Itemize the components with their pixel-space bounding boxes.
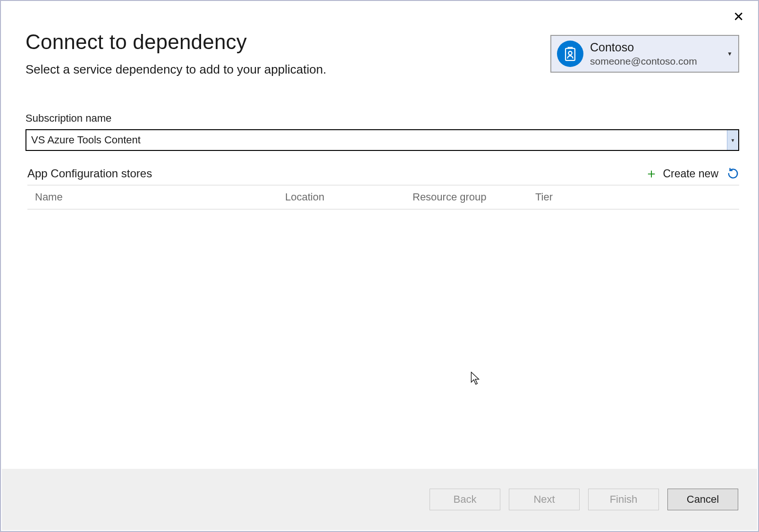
account-text: Contoso someone@contoso.com — [590, 40, 724, 67]
subscription-value: VS Azure Tools Content — [26, 130, 727, 150]
create-new-label: Create new — [663, 167, 718, 180]
account-name: Contoso — [590, 40, 724, 55]
chevron-down-icon[interactable]: ▼ — [727, 130, 738, 150]
dialog-subtitle: Select a service dependency to add to yo… — [25, 62, 326, 77]
account-email: someone@contoso.com — [590, 55, 724, 67]
account-selector[interactable]: Contoso someone@contoso.com ▼ — [550, 35, 739, 73]
subscription-dropdown[interactable]: VS Azure Tools Content ▼ — [25, 129, 739, 151]
next-button: Next — [509, 489, 580, 510]
mouse-cursor-icon — [470, 372, 481, 388]
stores-section-label: App Configuration stores — [27, 167, 152, 180]
dialog-header: Connect to dependency Select a service d… — [25, 30, 326, 77]
column-name: Name — [35, 191, 285, 203]
refresh-icon[interactable] — [727, 167, 739, 180]
svg-point-1 — [568, 51, 572, 55]
column-resource-group: Resource group — [413, 191, 535, 203]
subscription-label: Subscription name — [25, 112, 739, 125]
create-new-button[interactable]: ＋ Create new — [645, 167, 718, 180]
stores-table-header: Name Location Resource group Tier — [27, 185, 739, 209]
account-badge-icon — [557, 41, 583, 67]
column-location: Location — [285, 191, 413, 203]
back-button: Back — [430, 489, 500, 510]
wizard-footer: Back Next Finish Cancel — [2, 469, 757, 530]
dialog-title: Connect to dependency — [25, 30, 326, 54]
cancel-button[interactable]: Cancel — [667, 489, 738, 510]
plus-icon: ＋ — [645, 167, 658, 180]
close-icon[interactable]: ✕ — [733, 10, 744, 24]
finish-button: Finish — [588, 489, 659, 510]
column-tier: Tier — [535, 191, 732, 203]
chevron-down-icon: ▼ — [724, 50, 733, 57]
